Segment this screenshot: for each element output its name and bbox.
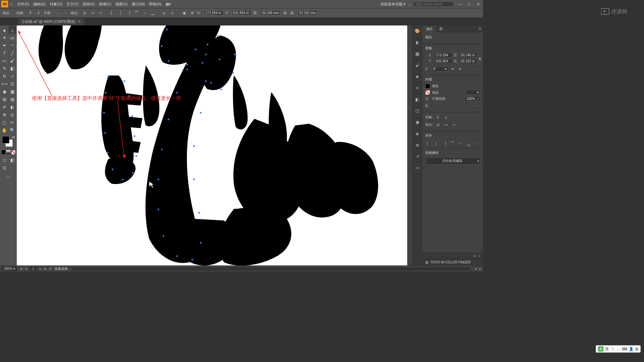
scroll-left-icon[interactable]: ◂ [475, 267, 477, 270]
appearance-icon[interactable]: ◉ [414, 119, 421, 125]
artboard-nav-icon[interactable]: ⊡ [49, 267, 52, 270]
mode-gradient[interactable] [6, 150, 10, 155]
free-transform-tool[interactable]: ⊡ [9, 80, 16, 87]
width-tool[interactable]: ⟷ [1, 80, 8, 87]
align-hcenter-icon[interactable]: │ [117, 10, 123, 16]
eyedropper-tool[interactable]: ✐ [1, 103, 8, 111]
menu-file[interactable]: 文件(F) [15, 2, 31, 7]
handle-show-icon[interactable]: ⟋ [55, 10, 61, 16]
document-tab[interactable]: 小目标.ai* @ 400% (CMYK/预览) ✕ [18, 18, 84, 25]
symbol-sprayer-tool[interactable]: ✲ [1, 111, 8, 118]
scale-tool[interactable]: ⤢ [9, 72, 16, 80]
reference-point[interactable] [425, 55, 426, 62]
next-artboard-icon[interactable]: ▸ [40, 267, 41, 270]
scroll-right-icon[interactable]: ▸ [479, 267, 481, 270]
rectangle-tool[interactable]: ▭ [1, 57, 8, 64]
align-right-icon[interactable]: ▕ [125, 10, 131, 16]
brushes-icon[interactable]: 🖌 [414, 62, 421, 68]
color-guide-icon[interactable]: ◐ [414, 39, 421, 46]
prop-y-field[interactable] [435, 59, 452, 64]
handle-hide-icon[interactable]: ⟍ [63, 10, 69, 16]
gradient-tool[interactable]: ▤ [9, 96, 16, 103]
search-input[interactable] [413, 2, 453, 7]
link-dimensions-icon[interactable]: ⛓ [478, 56, 482, 62]
blend-tool[interactable]: ◐ [9, 103, 16, 111]
stroke-icon[interactable]: ≡ [414, 84, 421, 91]
tab-properties[interactable]: 属性 [423, 25, 436, 33]
ref-point-icon[interactable]: ⊞ [189, 10, 195, 16]
flip-h-icon[interactable]: ⇋ [449, 66, 455, 72]
draw-normal-icon[interactable]: ◻ [1, 156, 8, 164]
prop-convert-corner-icon[interactable]: ⊼ [435, 114, 441, 120]
prop-x-field[interactable] [435, 53, 452, 58]
last-artboard-icon[interactable]: ▸| [44, 267, 47, 270]
link-wh-icon[interactable]: ⛓ [282, 10, 288, 16]
swatches-icon[interactable]: ▦ [414, 50, 421, 57]
zoom-tool[interactable]: 🔍 [9, 126, 16, 134]
align-left-icon[interactable]: ▏ [109, 10, 115, 16]
slice-tool[interactable]: ✂ [9, 119, 16, 126]
align-r-icon[interactable]: ▕ [441, 140, 447, 146]
convert-corner-icon[interactable]: ⊼ [28, 10, 34, 16]
pen-tool[interactable]: ✒ [1, 42, 8, 49]
x-field[interactable] [204, 10, 223, 15]
menu-type[interactable]: 文字(T) [64, 2, 80, 7]
minimize-icon[interactable]: — [456, 2, 463, 6]
shaper-tool[interactable]: ✎ [1, 65, 8, 72]
maximize-icon[interactable]: □ [466, 2, 472, 6]
menu-help[interactable]: 帮助(H) [147, 2, 163, 7]
opacity-field[interactable]: 100%› [465, 96, 480, 101]
stroke-weight-field[interactable]: ▾ [466, 90, 480, 95]
y-field[interactable] [232, 10, 251, 15]
home-icon[interactable]: ⌂ [10, 2, 12, 6]
align-more-icon[interactable]: ⋯ [474, 140, 480, 146]
align-b-icon[interactable]: ▁ [466, 140, 472, 146]
rotate-tool[interactable]: ↻ [1, 72, 8, 80]
w-field[interactable] [261, 10, 280, 15]
paintbrush-tool[interactable]: 🖌 [9, 57, 16, 64]
fill-color[interactable] [2, 136, 9, 143]
prop-h-field[interactable] [460, 59, 477, 64]
stroke-swatch[interactable] [425, 90, 430, 95]
curvature-tool[interactable]: 〰 [9, 42, 16, 49]
tab-close-icon[interactable]: ✕ [78, 19, 81, 24]
eraser-tool[interactable]: ◧ [9, 65, 16, 72]
align-l-icon[interactable]: ▏ [425, 140, 431, 146]
remove-anchor-icon[interactable]: ⊟ [82, 10, 88, 16]
color-picker[interactable]: ⇄ [1, 135, 16, 149]
menu-window[interactable]: 窗口(W) [130, 2, 147, 7]
transparency-icon[interactable]: ◫ [414, 107, 421, 114]
prop-remove-anchor-icon[interactable]: ⊟ [435, 122, 441, 128]
artboard-tool[interactable]: ▢ [1, 119, 8, 126]
align-vcenter-icon[interactable]: ─ [142, 10, 148, 16]
layers-icon[interactable]: ≣ [414, 141, 421, 148]
prop-w-field[interactable] [460, 53, 477, 58]
prop-convert-smooth-icon[interactable]: ⊻ [443, 114, 449, 120]
canvas-area[interactable]: 使用【直接选择工具】选中并调整“目”字笔画的锚点，使其更长一些 [17, 25, 412, 265]
swap-colors-icon[interactable]: ⇄ [12, 135, 15, 139]
draw-behind-icon[interactable]: ◧ [9, 156, 16, 164]
align-vc-icon[interactable]: ─ [458, 140, 464, 146]
shape-builder-tool[interactable]: ◉ [1, 88, 8, 95]
connect-anchor-icon[interactable]: ⊶ [90, 10, 96, 16]
prev-artboard-icon[interactable]: ◂ [25, 267, 27, 270]
horizontal-scrollbar[interactable] [72, 267, 470, 270]
graphic-styles-icon[interactable]: ◈ [414, 130, 421, 137]
mode-none[interactable] [11, 150, 15, 155]
angle-field[interactable]: 0°▾ [431, 66, 448, 71]
flip-v-icon[interactable]: ⇵ [457, 66, 463, 72]
align-t-icon[interactable]: ▔ [449, 140, 455, 146]
artboards-panel-icon[interactable]: ▭ [414, 164, 421, 171]
perspective-tool[interactable]: ▦ [9, 88, 16, 95]
symbols-icon[interactable]: ♣ [414, 73, 421, 80]
menu-object[interactable]: 对象(O) [48, 2, 64, 7]
selection-tool[interactable]: ▲ [1, 26, 8, 34]
more-options-icon[interactable]: ⋯ [474, 66, 480, 72]
hand-tool[interactable]: ✋ [1, 126, 8, 134]
first-artboard-icon[interactable]: |◂ [20, 267, 22, 270]
menu-edit[interactable]: 编辑(E) [31, 2, 48, 7]
prop-cut-icon[interactable]: ✂ [451, 122, 457, 128]
panel-menu-icon[interactable]: ≡ [477, 25, 483, 33]
menu-effect[interactable]: 效果(C) [97, 2, 113, 7]
screen-mode-icon[interactable]: ⊡ [1, 164, 8, 171]
